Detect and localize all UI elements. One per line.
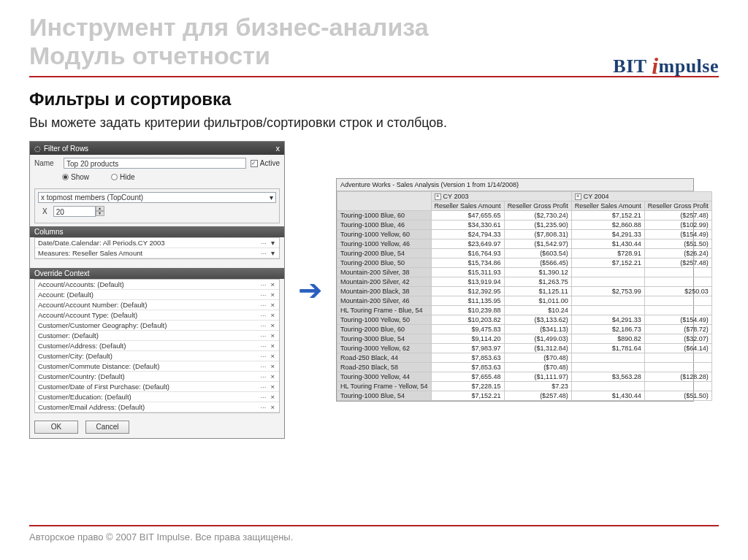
bit-impulse-logo: BIT impulse xyxy=(613,51,719,78)
more-icon[interactable]: ··· xyxy=(258,321,270,329)
table-row: Touring-1000 Blue, 60$47,655.65($2,730.2… xyxy=(337,211,712,220)
ok-button[interactable]: OK xyxy=(34,421,78,434)
table-row: Touring-2000 Blue, 60$9,475.83($341.13)$… xyxy=(337,325,712,334)
arrow-right-icon: ➔ xyxy=(298,275,323,304)
remove-icon[interactable]: × xyxy=(269,331,276,340)
hide-radio[interactable]: Hide xyxy=(111,173,135,181)
more-icon[interactable]: ··· xyxy=(258,352,270,360)
table-row: Touring-3000 Blue, 54$9,114.20($1,499.03… xyxy=(337,334,712,344)
table-row: Touring-3000 Yellow, 44$7,655.48($1,111.… xyxy=(337,372,712,382)
expand-icon[interactable]: + xyxy=(435,193,441,200)
table-row: Touring-1000 Blue, 46$34,330.61($1,235.9… xyxy=(337,220,712,230)
more-icon[interactable]: ··· xyxy=(258,372,270,380)
list-item[interactable]: Customer/Education: (Default)···× xyxy=(35,392,279,402)
list-item[interactable]: Account/Accounts: (Default)···× xyxy=(35,280,279,290)
list-item[interactable]: Customer/Country: (Default)···× xyxy=(35,372,279,382)
x-input[interactable]: 20 xyxy=(53,206,96,217)
list-item[interactable]: Customer/Address: (Default)···× xyxy=(35,341,279,351)
table-row: Road-250 Black, 44$7,853.63($70.48) xyxy=(337,353,712,363)
list-item[interactable]: Account/Account Type: (Default)···× xyxy=(35,310,279,321)
filter-dialog: ◌ Filter of Rows x Name Top 20 products … xyxy=(29,141,285,439)
remove-icon[interactable]: × xyxy=(269,383,276,391)
table-row: HL Touring Frame - Blue, 54$10,239.88$10… xyxy=(337,306,712,315)
remove-icon[interactable]: × xyxy=(269,311,276,319)
more-icon[interactable]: ··· xyxy=(258,393,270,401)
remove-icon[interactable]: × xyxy=(269,291,276,299)
copyright: Авторское право © 2007 BIT Impulse. Все … xyxy=(29,532,293,542)
list-item[interactable]: Customer/Date of First Purchase: (Defaul… xyxy=(35,382,279,392)
chevron-down-icon: ▾ xyxy=(270,193,273,202)
columns-header: Columns xyxy=(30,226,284,237)
remove-icon[interactable]: × xyxy=(269,372,276,380)
table-row: HL Touring Frame - Yellow, 54$7,228.15$7… xyxy=(337,382,712,391)
columns-list: Date/Date.Calendar: All Periods.CY 2003·… xyxy=(34,237,280,259)
more-icon[interactable]: ··· xyxy=(258,239,270,247)
remove-icon[interactable]: × xyxy=(269,352,276,360)
report-title: Adventure Works - Sales Analysis (Versio… xyxy=(337,179,693,191)
list-item[interactable]: Customer/Email Address: (Default)···× xyxy=(35,402,279,413)
cancel-button[interactable]: Cancel xyxy=(85,421,129,434)
filter-icon: ◌ xyxy=(34,145,41,153)
remove-icon[interactable]: × xyxy=(269,301,276,309)
show-radio[interactable]: Show xyxy=(62,173,89,181)
table-row: Touring-1000 Yellow, 60$24,794.33($7,808… xyxy=(337,230,712,239)
active-label: Active xyxy=(260,159,280,167)
more-icon[interactable]: ··· xyxy=(258,249,270,257)
more-icon[interactable]: ··· xyxy=(258,301,270,309)
remove-icon[interactable]: × xyxy=(269,321,276,329)
spin-buttons[interactable]: ▴▾ xyxy=(96,206,104,217)
table-row: Touring-1000 Blue, 54$7,152.21($257.48)$… xyxy=(337,391,712,401)
more-icon[interactable]: ··· xyxy=(258,362,270,370)
table-row: Touring-3000 Yellow, 62$7,983.97($1,312.… xyxy=(337,344,712,353)
list-item[interactable]: Customer/Commute Distance: (Default)···× xyxy=(35,361,279,372)
dialog-title: Filter of Rows xyxy=(44,145,88,153)
report-panel: Adventure Works - Sales Analysis (Versio… xyxy=(336,178,694,402)
more-icon[interactable]: ··· xyxy=(258,403,270,411)
chevron-down-icon[interactable]: ▾ xyxy=(270,239,276,247)
table-row: Mountain-200 Silver, 42$13,919.94$1,263.… xyxy=(337,277,712,287)
remove-icon[interactable]: × xyxy=(269,403,276,411)
list-item[interactable]: Measures: Reseller Sales Amount···▾ xyxy=(35,248,279,258)
table-row: Mountain-200 Silver, 38$15,311.93$1,390.… xyxy=(337,268,712,277)
list-item[interactable]: Customer: (Default)···× xyxy=(35,331,279,341)
table-row: Mountain-200 Silver, 46$11,135.95$1,011.… xyxy=(337,296,712,306)
name-label: Name xyxy=(34,159,59,167)
override-header: Override Context xyxy=(30,268,284,279)
more-icon[interactable]: ··· xyxy=(258,342,270,350)
expand-icon[interactable]: + xyxy=(575,193,581,200)
list-item[interactable]: Account/Account Number: (Default)···× xyxy=(35,300,279,310)
table-row: Touring-1000 Yellow, 50$10,203.82($3,133… xyxy=(337,315,712,325)
table-row: Touring-2000 Blue, 54$16,764.93($603.54)… xyxy=(337,249,712,258)
active-checkbox[interactable]: ✓ Active xyxy=(251,159,280,167)
chevron-down-icon[interactable]: ▾ xyxy=(270,249,276,257)
criteria-select[interactable]: x topmost members (TopCount)▾ xyxy=(38,192,276,203)
list-item[interactable]: Date/Date.Calendar: All Periods.CY 2003·… xyxy=(35,238,279,248)
more-icon[interactable]: ··· xyxy=(258,291,270,299)
list-item[interactable]: Account: (Default)···× xyxy=(35,290,279,300)
hide-label: Hide xyxy=(120,173,135,181)
override-list: Account/Accounts: (Default)···×Account: … xyxy=(34,279,280,413)
more-icon[interactable]: ··· xyxy=(258,311,270,319)
show-label: Show xyxy=(71,173,89,181)
more-icon[interactable]: ··· xyxy=(258,280,270,288)
remove-icon[interactable]: × xyxy=(269,280,276,288)
name-input[interactable]: Top 20 products xyxy=(64,158,246,169)
footer-divider xyxy=(29,525,719,526)
list-item[interactable]: Customer/City: (Default)···× xyxy=(35,351,279,361)
table-row: Touring-2000 Blue, 50$15,734.86($566.45)… xyxy=(337,258,712,268)
list-item[interactable]: Customer/Customer Geography: (Default)··… xyxy=(35,321,279,331)
table-row: Road-250 Black, 58$7,853.63($70.48) xyxy=(337,363,712,372)
more-icon[interactable]: ··· xyxy=(258,383,270,391)
x-label: X xyxy=(42,207,47,215)
remove-icon[interactable]: × xyxy=(269,393,276,401)
more-icon[interactable]: ··· xyxy=(258,331,270,340)
report-table: +CY 2003 +CY 2004 Reseller Sales Amount … xyxy=(337,191,712,401)
remove-icon[interactable]: × xyxy=(269,362,276,370)
table-row: Touring-1000 Yellow, 46$23,649.97($1,542… xyxy=(337,239,712,249)
dialog-title-bar: ◌ Filter of Rows x xyxy=(30,142,284,155)
section-heading: Фильтры и сортировка xyxy=(29,89,719,110)
section-lead: Вы можете задать критерии фильтров/сорти… xyxy=(29,115,719,131)
table-row: Mountain-200 Black, 38$12,392.95$1,125.1… xyxy=(337,287,712,296)
close-icon[interactable]: x xyxy=(276,144,280,153)
remove-icon[interactable]: × xyxy=(269,342,276,350)
